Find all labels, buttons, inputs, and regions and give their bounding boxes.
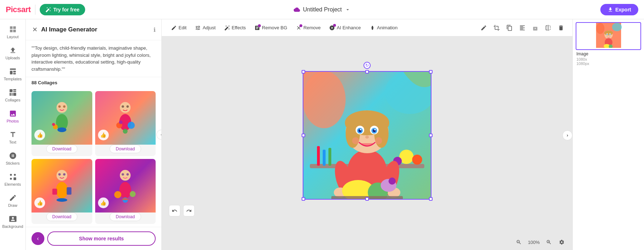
svg-point-66 (365, 136, 369, 139)
canvas-settings-button[interactable] (557, 237, 567, 247)
chevron-down-icon[interactable] (345, 7, 350, 12)
svg-point-11 (14, 174, 16, 176)
panel-info-button[interactable]: ℹ (153, 26, 156, 33)
ai-enhance-button[interactable]: AI Enhance (326, 23, 364, 33)
svg-point-31 (58, 173, 61, 176)
lock-button[interactable] (530, 22, 541, 34)
svg-point-44 (303, 71, 346, 128)
export-button[interactable]: Export (600, 4, 638, 15)
like-button-1[interactable]: 👍 (34, 130, 45, 140)
svg-point-86 (607, 34, 608, 35)
download-button-2[interactable]: Download (110, 145, 141, 153)
image-card-4[interactable]: 👍 Download (95, 159, 156, 224)
remove-button[interactable]: Remove (292, 23, 324, 33)
layer-item: 👁 Image 1080x1080px (576, 22, 641, 66)
svg-point-67 (352, 137, 359, 144)
svg-point-32 (63, 173, 65, 176)
animation-button[interactable]: Animation (366, 23, 401, 33)
canvas-image[interactable] (303, 71, 431, 200)
text-icon (9, 130, 17, 139)
sidebar-label-text: Text (9, 140, 16, 144)
download-button-4[interactable]: Download (110, 212, 141, 221)
expand-right-button[interactable]: › (562, 130, 572, 140)
sidebar-item-elements[interactable]: Elements (1, 170, 24, 189)
svg-point-17 (63, 105, 65, 108)
try-for-free-button[interactable]: Try for free (40, 4, 85, 15)
panel-header: ✕ AI Image Generator ℹ (26, 19, 161, 40)
zoom-in-button[interactable] (544, 237, 554, 247)
svg-rect-47 (317, 146, 320, 166)
svg-point-10 (10, 174, 12, 176)
sidebar-item-photos[interactable]: Photos (1, 106, 24, 126)
svg-point-29 (57, 170, 67, 181)
adjust-button[interactable]: Adjust (191, 23, 219, 33)
back-button[interactable]: ‹ (31, 232, 44, 245)
sidebar-item-draw[interactable]: Draw (1, 191, 24, 210)
image-card-3[interactable]: 👍 Download (31, 159, 92, 224)
sidebar-label-draw: Draw (8, 203, 18, 208)
svg-rect-8 (11, 93, 13, 96)
sidebar-label-uploads: Uploads (5, 56, 20, 60)
sidebar-item-templates[interactable]: Templates (1, 64, 24, 84)
svg-point-14 (57, 102, 67, 113)
icon-sidebar: Layout Uploads Templates Collages Photos (0, 19, 26, 250)
remove-bg-button[interactable]: Remove BG (251, 23, 291, 33)
sidebar-label-layout: Layout (7, 35, 19, 39)
templates-icon (9, 67, 17, 76)
download-icon (608, 7, 613, 12)
flip-button[interactable] (542, 22, 554, 34)
sidebar-label-photos: Photos (6, 119, 19, 123)
svg-rect-2 (13, 71, 15, 72)
edit-button[interactable]: Edit (167, 23, 190, 33)
like-button-3[interactable]: 👍 (34, 198, 45, 208)
flip-icon (545, 25, 551, 31)
download-button-1[interactable]: Download (46, 145, 77, 153)
topbar: Picsart Try for free Untitled Project Ex… (0, 0, 644, 19)
svg-rect-4 (9, 89, 12, 92)
svg-point-87 (609, 34, 610, 35)
sidebar-label-elements: Elements (5, 182, 21, 186)
download-button-3[interactable]: Download (46, 212, 77, 221)
image-card-1[interactable]: 👍 Download (31, 91, 92, 156)
image-card-2[interactable]: 👍 Download (95, 91, 156, 156)
show-more-button[interactable]: Show more results (47, 231, 156, 246)
canvas-area: Edit Adjust Effects Remove BG (162, 19, 572, 250)
panel-close-button[interactable]: ✕ (31, 25, 38, 34)
redo-button[interactable] (183, 205, 195, 216)
sidebar-label-background: Background (2, 224, 23, 229)
layer-visibility-button[interactable]: 👁 (634, 24, 639, 30)
sidebar-item-layout[interactable]: Layout (1, 22, 24, 42)
sidebar-item-collages[interactable]: Collages (1, 85, 24, 105)
adjust-icon (195, 25, 201, 31)
undo-button[interactable] (169, 205, 180, 216)
sidebar-label-stickers: Stickers (6, 161, 20, 165)
svg-point-12 (10, 178, 12, 180)
undo-redo-area (169, 205, 195, 216)
layer-thumbnail[interactable]: 👁 (576, 22, 641, 50)
duplicate-button[interactable] (504, 22, 515, 34)
align-button[interactable] (517, 22, 528, 34)
remove-bg-dot (258, 24, 261, 27)
project-title[interactable]: Untitled Project (303, 6, 342, 13)
pen-tool-button[interactable] (478, 22, 489, 34)
crop-button[interactable] (491, 22, 502, 34)
like-button-4[interactable]: 👍 (98, 198, 109, 208)
zoom-out-button[interactable] (514, 237, 524, 247)
sidebar-item-uploads[interactable]: Uploads (1, 43, 24, 63)
svg-point-68 (375, 137, 382, 144)
rotate-handle[interactable]: ↻ (364, 62, 371, 69)
bottom-bar: 100% (162, 234, 572, 250)
left-panel: ✕ AI Image Generator ℹ ""Toy design, chi… (26, 19, 162, 250)
sidebar-item-text[interactable]: Text (1, 128, 24, 147)
pen-icon (480, 25, 487, 31)
svg-point-41 (130, 191, 136, 197)
sidebar-item-background[interactable]: Background (1, 212, 24, 231)
svg-rect-9 (13, 93, 16, 96)
effects-button[interactable]: Effects (221, 23, 250, 33)
logo-text: Picsart (6, 5, 31, 14)
sidebar-item-stickers[interactable]: Stickers (1, 149, 24, 168)
delete-button[interactable] (555, 22, 567, 34)
like-button-2[interactable]: 👍 (98, 130, 109, 140)
child-image-2 (111, 100, 140, 136)
svg-rect-13 (13, 178, 16, 180)
